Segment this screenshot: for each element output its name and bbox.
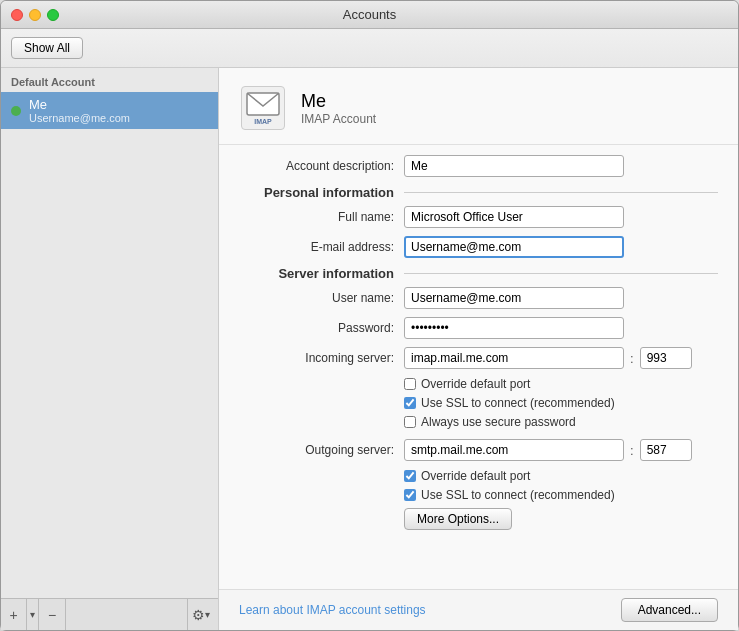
traffic-lights (1, 9, 59, 21)
override-outgoing-row: Override default port (404, 469, 718, 483)
ssl-incoming-label: Use SSL to connect (recommended) (421, 396, 615, 410)
add-chevron-button[interactable]: ▾ (27, 599, 39, 630)
secure-password-checkbox[interactable] (404, 416, 416, 428)
password-input[interactable] (404, 317, 624, 339)
incoming-server-input[interactable] (404, 347, 624, 369)
incoming-port-input[interactable] (640, 347, 692, 369)
personal-info-divider (404, 192, 718, 193)
incoming-server-label: Incoming server: (239, 351, 404, 365)
account-title-block: Me IMAP Account (301, 91, 376, 126)
learn-link[interactable]: Learn about IMAP account settings (239, 603, 426, 617)
ssl-outgoing-label: Use SSL to connect (recommended) (421, 488, 615, 502)
server-info-label: Server information (239, 266, 404, 281)
gear-button[interactable]: ⚙ ▾ (187, 599, 214, 630)
outgoing-server-label: Outgoing server: (239, 443, 404, 457)
main-panel: IMAP Me IMAP Account Account description… (219, 68, 738, 630)
account-status-icon (11, 106, 21, 116)
override-incoming-checkbox[interactable] (404, 378, 416, 390)
account-description-row: Account description: (239, 155, 718, 177)
override-incoming-label: Override default port (421, 377, 530, 391)
more-options-button[interactable]: More Options... (404, 508, 512, 530)
incoming-server-port-group: : (404, 347, 692, 369)
server-info-section-header: Server information (239, 266, 718, 281)
secure-password-row: Always use secure password (404, 415, 718, 429)
username-label: User name: (239, 291, 404, 305)
username-input[interactable] (404, 287, 624, 309)
account-icon-wrapper: IMAP (239, 84, 287, 132)
secure-password-label: Always use secure password (421, 415, 576, 429)
imap-icon-inner: IMAP (246, 92, 280, 125)
show-all-button[interactable]: Show All (11, 37, 83, 59)
email-address-row: E-mail address: (239, 236, 718, 258)
full-name-input[interactable] (404, 206, 624, 228)
maximize-button[interactable] (47, 9, 59, 21)
imap-icon: IMAP (241, 86, 285, 130)
password-row: Password: (239, 317, 718, 339)
more-options-row: More Options... (404, 508, 718, 530)
account-name: Me (29, 97, 130, 112)
ssl-incoming-checkbox[interactable] (404, 397, 416, 409)
override-incoming-checkbox-label[interactable]: Override default port (404, 377, 530, 391)
ssl-incoming-checkbox-label[interactable]: Use SSL to connect (recommended) (404, 396, 615, 410)
window-title: Accounts (343, 7, 396, 22)
server-info-divider (404, 273, 718, 274)
email-address-label: E-mail address: (239, 240, 404, 254)
full-name-label: Full name: (239, 210, 404, 224)
account-description-input[interactable] (404, 155, 624, 177)
bottom-bar: Learn about IMAP account settings Advanc… (219, 589, 738, 630)
sidebar-account-item[interactable]: Me Username@me.com (1, 92, 218, 129)
minimize-button[interactable] (29, 9, 41, 21)
outgoing-port-input[interactable] (640, 439, 692, 461)
ssl-outgoing-checkbox[interactable] (404, 489, 416, 501)
account-title-name: Me (301, 91, 376, 112)
override-outgoing-checkbox-label[interactable]: Override default port (404, 469, 530, 483)
ssl-incoming-row: Use SSL to connect (recommended) (404, 396, 718, 410)
add-account-button[interactable]: + (1, 599, 27, 630)
sidebar-footer: + ▾ − ⚙ ▾ (1, 598, 218, 630)
override-incoming-row: Override default port (404, 377, 718, 391)
secure-password-checkbox-label[interactable]: Always use secure password (404, 415, 576, 429)
sidebar-footer-left: + ▾ − (1, 599, 66, 630)
incoming-server-row: Incoming server: : (239, 347, 718, 369)
outgoing-server-row: Outgoing server: : (239, 439, 718, 461)
ssl-outgoing-row: Use SSL to connect (recommended) (404, 488, 718, 502)
username-row: User name: (239, 287, 718, 309)
account-description-label: Account description: (239, 159, 404, 173)
gear-chevron-icon: ▾ (205, 609, 210, 620)
account-title-type: IMAP Account (301, 112, 376, 126)
advanced-button[interactable]: Advanced... (621, 598, 718, 622)
outgoing-colon: : (630, 443, 634, 458)
personal-info-section-header: Personal information (239, 185, 718, 200)
main-window: Accounts Show All Default Account Me Use… (0, 0, 739, 631)
content-area: Default Account Me Username@me.com + ▾ (1, 68, 738, 630)
account-info: Me Username@me.com (29, 97, 130, 124)
full-name-row: Full name: (239, 206, 718, 228)
sidebar-header: Default Account (1, 68, 218, 92)
envelope-icon (246, 92, 280, 116)
outgoing-server-port-group: : (404, 439, 692, 461)
sidebar: Default Account Me Username@me.com + ▾ (1, 68, 219, 630)
outgoing-server-input[interactable] (404, 439, 624, 461)
form-area: Account description: Personal informatio… (219, 145, 738, 589)
incoming-colon: : (630, 351, 634, 366)
override-outgoing-label: Override default port (421, 469, 530, 483)
imap-text-label: IMAP (254, 118, 272, 125)
account-email: Username@me.com (29, 112, 130, 124)
remove-account-button[interactable]: − (39, 599, 65, 630)
email-address-input[interactable] (404, 236, 624, 258)
personal-info-label: Personal information (239, 185, 404, 200)
password-label: Password: (239, 321, 404, 335)
account-header: IMAP Me IMAP Account (219, 68, 738, 145)
sidebar-spacer (1, 129, 218, 598)
override-outgoing-checkbox[interactable] (404, 470, 416, 482)
toolbar: Show All (1, 29, 738, 68)
sidebar-footer-right: ⚙ ▾ (187, 599, 218, 630)
close-button[interactable] (11, 9, 23, 21)
title-bar: Accounts (1, 1, 738, 29)
ssl-outgoing-checkbox-label[interactable]: Use SSL to connect (recommended) (404, 488, 615, 502)
